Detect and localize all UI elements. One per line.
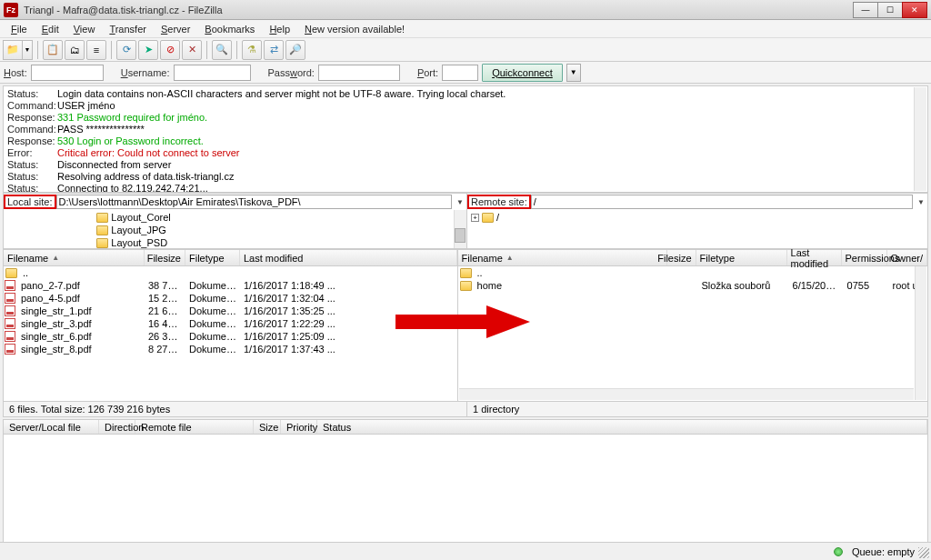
local-pane: Local site: ▼ Layout_Corel Layout_JPG La… <box>3 193 466 249</box>
log-message: PASS *************** <box>57 124 145 135</box>
folder-icon <box>96 213 108 223</box>
tree-item[interactable]: Layout_PSD <box>111 237 167 248</box>
maximize-button[interactable]: ☐ <box>877 2 903 18</box>
toggle-log-button[interactable]: 📋 <box>43 40 63 60</box>
file-name[interactable]: single_str_1.pdf <box>17 305 145 316</box>
tree-expand-icon[interactable]: + <box>471 214 479 222</box>
local-file-list[interactable]: Filename▲ Filesize Filetype Last modifie… <box>3 249 457 402</box>
message-log[interactable]: Status:Login data contains non-ASCII cha… <box>3 85 928 193</box>
disconnect-button[interactable]: ✕ <box>182 40 202 60</box>
site-manager-button[interactable]: 📁 <box>3 40 23 60</box>
col-filename[interactable]: Filename▲ <box>4 250 145 265</box>
filter-button[interactable]: ⚗ <box>242 40 262 60</box>
menu-new-version[interactable]: New version available! <box>297 22 412 36</box>
list-item[interactable]: .. <box>19 267 146 278</box>
remote-site-label: Remote site: <box>467 195 531 209</box>
resize-grip-icon[interactable] <box>918 547 929 558</box>
sort-asc-icon: ▲ <box>52 254 59 262</box>
menu-edit[interactable]: Edit <box>35 22 66 36</box>
host-input[interactable] <box>31 65 104 81</box>
col-filesize[interactable]: Filesize <box>667 250 696 265</box>
pdf-icon <box>5 318 15 329</box>
col-status[interactable]: Status <box>317 420 927 434</box>
remote-tree[interactable]: +/ <box>467 210 927 248</box>
col-filetype[interactable]: Filetype <box>696 250 787 265</box>
col-filename[interactable]: Filename▲ <box>458 250 667 265</box>
toggle-queue-button[interactable]: ≡ <box>86 40 106 60</box>
log-message: 331 Password required for jméno. <box>57 112 207 124</box>
col-filetype[interactable]: Filetype <box>185 250 240 265</box>
remote-file-list[interactable]: Filename▲ Filesize Filetype Last modifie… <box>457 249 928 402</box>
close-button[interactable]: ✕ <box>902 2 927 18</box>
site-manager-dropdown[interactable]: ▼ <box>22 40 33 60</box>
col-size[interactable]: Size <box>254 420 281 434</box>
quickconnect-history-dropdown[interactable]: ▼ <box>566 64 581 82</box>
menu-view[interactable]: View <box>66 22 103 36</box>
col-modified[interactable]: Last modified <box>240 250 457 265</box>
file-name[interactable]: pano_4-5.pdf <box>17 293 145 304</box>
menu-bookmarks[interactable]: Bookmarks <box>197 22 262 36</box>
folder-name[interactable]: home <box>474 280 669 291</box>
col-permissions[interactable]: Permissions <box>842 250 887 265</box>
toggle-tree-button[interactable]: 🗂 <box>65 40 85 60</box>
minimize-button[interactable]: — <box>853 2 878 18</box>
file-name[interactable]: single_str_3.pdf <box>17 318 145 329</box>
compare-button[interactable]: ⇄ <box>264 40 284 60</box>
menu-help[interactable]: Help <box>262 22 297 36</box>
log-label: Command: <box>7 124 57 135</box>
remote-path-dropdown[interactable]: ▼ <box>915 198 927 206</box>
col-modified[interactable]: Last modified <box>787 250 842 265</box>
reconnect-button[interactable]: 🔍 <box>212 40 232 60</box>
search-button[interactable]: 🔎 <box>285 40 305 60</box>
port-input[interactable] <box>442 65 478 81</box>
queue-body[interactable] <box>3 435 928 544</box>
col-priority[interactable]: Priority <box>281 420 317 434</box>
log-message: Connecting to 82.119.242.74:21... <box>57 183 208 193</box>
scrollbar[interactable] <box>914 87 926 191</box>
process-queue-button[interactable]: ➤ <box>138 40 158 60</box>
file-name[interactable]: single_str_6.pdf <box>17 331 145 342</box>
file-size: 8 271 922 <box>145 344 185 355</box>
toolbar-separator <box>206 41 207 59</box>
menu-file[interactable]: File <box>4 22 35 36</box>
quickconnect-bar: Host: Username: Password: Port: Quickcon… <box>0 62 931 84</box>
col-server-local[interactable]: Server/Local file <box>4 420 99 434</box>
scrollbar-vertical[interactable] <box>915 266 926 400</box>
col-remote-file[interactable]: Remote file <box>135 420 254 434</box>
log-message: Disconnected from server <box>57 159 171 171</box>
quickconnect-button[interactable]: Quickconnect <box>482 64 563 82</box>
username-input[interactable] <box>174 65 251 81</box>
remote-site-path[interactable] <box>531 195 913 209</box>
file-modified: 1/16/2017 1:37:43 ... <box>240 344 457 355</box>
menu-transfer[interactable]: Transfer <box>102 22 154 36</box>
sort-asc-icon: ▲ <box>506 254 514 262</box>
port-label: Port: <box>417 67 438 78</box>
username-label: Username: <box>121 67 170 78</box>
list-item[interactable]: .. <box>474 267 669 278</box>
local-tree[interactable]: Layout_Corel Layout_JPG Layout_PSD Tisko… <box>4 210 466 248</box>
folder-up-icon <box>5 268 17 278</box>
toolbar: 📁 ▼ 📋 🗂 ≡ ⟳ ➤ ⊘ ✕ 🔍 ⚗ ⇄ 🔎 <box>0 38 931 62</box>
col-direction[interactable]: Direction <box>99 420 135 434</box>
tree-item[interactable]: Layout_JPG <box>111 225 166 235</box>
col-owner[interactable]: Owner/ <box>887 250 927 265</box>
col-filesize[interactable]: Filesize <box>145 250 185 265</box>
toolbar-separator <box>236 41 237 59</box>
log-message: 530 Login or Password incorrect. <box>57 135 204 147</box>
remote-pane: Remote site: ▼ +/ <box>466 193 928 249</box>
remote-status: 1 directory <box>466 402 928 417</box>
log-label: Status: <box>7 88 57 100</box>
file-name[interactable]: pano_2-7.pdf <box>17 280 145 291</box>
tree-item[interactable]: Layout_Corel <box>111 212 170 223</box>
tree-root[interactable]: / <box>496 212 499 223</box>
password-input[interactable] <box>318 65 400 81</box>
menu-server[interactable]: Server <box>154 22 197 36</box>
local-path-dropdown[interactable]: ▼ <box>454 198 466 206</box>
file-name[interactable]: single_str_8.pdf <box>17 344 145 355</box>
refresh-button[interactable]: ⟳ <box>116 40 136 60</box>
local-site-path[interactable] <box>56 195 452 209</box>
scrollbar-horizontal[interactable] <box>459 388 914 400</box>
scrollbar-thumb[interactable] <box>455 228 466 243</box>
file-modified: 1/16/2017 1:18:49 ... <box>240 280 457 291</box>
cancel-button[interactable]: ⊘ <box>160 40 180 60</box>
